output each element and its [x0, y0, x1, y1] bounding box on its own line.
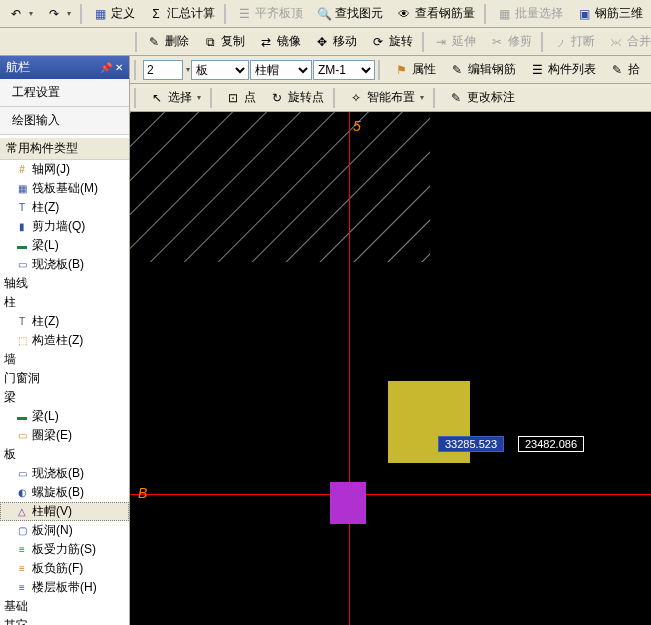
- tree-item[interactable]: ≡板负筋(F): [0, 559, 129, 578]
- extend-icon: ⇥: [433, 34, 449, 50]
- define-icon: ▦: [92, 6, 108, 22]
- tree-item-icon: ▭: [16, 468, 28, 480]
- break-icon: ⵰: [552, 34, 568, 50]
- tree-item-icon: ≡: [16, 563, 28, 575]
- move-button[interactable]: ✥移动: [308, 31, 363, 53]
- pencil-icon: ✎: [449, 62, 465, 78]
- dropper-icon: ✎: [609, 62, 625, 78]
- tree-item[interactable]: ▭现浇板(B): [0, 255, 129, 274]
- rotate-point-button[interactable]: ↻旋转点: [263, 87, 330, 109]
- tree-header: 常用构件类型: [0, 138, 129, 160]
- tree-category[interactable]: 轴线: [0, 274, 129, 293]
- tree-item[interactable]: T柱(Z): [0, 198, 129, 217]
- edit-rebar-button[interactable]: ✎编辑钢筋: [443, 59, 522, 81]
- copy-button[interactable]: ⧉复制: [196, 31, 251, 53]
- pick-button[interactable]: ✎拾: [603, 59, 646, 81]
- tree-category[interactable]: 墙: [0, 350, 129, 369]
- floor-input[interactable]: [143, 60, 183, 80]
- tree-item[interactable]: ▭现浇板(B): [0, 464, 129, 483]
- check-rebar-button[interactable]: 👁查看钢筋量: [390, 3, 481, 25]
- rebar-3d-button[interactable]: ▣钢筋三维: [570, 3, 649, 25]
- smart-icon: ✧: [348, 90, 364, 106]
- axis-vertical: [349, 112, 350, 625]
- tree-item-label: 柱(Z): [32, 313, 59, 330]
- properties-button[interactable]: ⚑属性: [387, 59, 442, 81]
- tree-item[interactable]: ≡板受力筋(S): [0, 540, 129, 559]
- tree-category[interactable]: 基础: [0, 597, 129, 616]
- eye-icon: 👁: [396, 6, 412, 22]
- tree-item[interactable]: ≡楼层板带(H): [0, 578, 129, 597]
- mirror-icon: ⇄: [258, 34, 274, 50]
- tree-item[interactable]: #轴网(J): [0, 160, 129, 179]
- rotate-button[interactable]: ⟳旋转: [364, 31, 419, 53]
- redo-button[interactable]: ↷▾: [40, 3, 77, 25]
- category-select[interactable]: 板: [191, 60, 249, 80]
- tree-category[interactable]: 柱: [0, 293, 129, 312]
- mirror-button[interactable]: ⇄镜像: [252, 31, 307, 53]
- pin-icon[interactable]: 📌 ✕: [100, 62, 123, 73]
- dropdown-arrow-icon[interactable]: ▾: [186, 65, 190, 74]
- tree-item-label: 构造柱(Z): [32, 332, 83, 349]
- define-button[interactable]: ▦定义: [86, 3, 141, 25]
- tab-project-settings[interactable]: 工程设置: [0, 79, 129, 107]
- tree-item[interactable]: ◐螺旋板(B): [0, 483, 129, 502]
- tree-item-label: 板负筋(F): [32, 560, 83, 577]
- tree-item-label: 轴网(J): [32, 161, 70, 178]
- cursor-icon: ↖: [149, 90, 165, 106]
- coordinate-y: 23482.086: [518, 436, 584, 452]
- tree-item[interactable]: ▬梁(L): [0, 236, 129, 255]
- tree-item-label: 板受力筋(S): [32, 541, 96, 558]
- tree-item[interactable]: △柱帽(V): [0, 502, 129, 521]
- tree-item-label: 板洞(N): [32, 522, 73, 539]
- tab-drawing-input[interactable]: 绘图输入: [0, 107, 129, 135]
- break-button: ⵰打断: [546, 31, 601, 53]
- tree-item-icon: ▢: [16, 525, 28, 537]
- tree-item-icon: ≡: [16, 544, 28, 556]
- tree-item[interactable]: ▮剪力墙(Q): [0, 217, 129, 236]
- tree-item-icon: △: [16, 506, 28, 518]
- tree-item-icon: ▭: [16, 259, 28, 271]
- drawing-block-purple[interactable]: [330, 482, 366, 524]
- tree-category[interactable]: 梁: [0, 388, 129, 407]
- component-tree[interactable]: 常用构件类型#轴网(J)▦筏板基础(M)T柱(Z)▮剪力墙(Q)▬梁(L)▭现浇…: [0, 135, 129, 625]
- smart-place-button[interactable]: ✧智能布置▾: [342, 87, 430, 109]
- tree-item-icon: ▬: [16, 411, 28, 423]
- tree-item-label: 梁(L): [32, 408, 59, 425]
- batch-icon: ▦: [496, 6, 512, 22]
- drawing-canvas[interactable]: 5 B 33285.523 23482.086: [130, 112, 651, 625]
- edit-annotation-button[interactable]: ✎更改标注: [442, 87, 521, 109]
- rotate-icon: ⟳: [370, 34, 386, 50]
- select-button[interactable]: ↖选择▾: [143, 87, 207, 109]
- trim-icon: ✂: [489, 34, 505, 50]
- tree-item-label: 筏板基础(M): [32, 180, 98, 197]
- tree-item-label: 现浇板(B): [32, 465, 84, 482]
- extend-button: ⇥延伸: [427, 31, 482, 53]
- tree-item-icon: T: [16, 316, 28, 328]
- subcategory-select[interactable]: 柱帽: [250, 60, 312, 80]
- component-list-button[interactable]: ☰构件列表: [523, 59, 602, 81]
- delete-button[interactable]: ✎删除: [140, 31, 195, 53]
- instance-select[interactable]: ZM-1: [313, 60, 375, 80]
- tree-item[interactable]: ⬚构造柱(Z): [0, 331, 129, 350]
- coordinate-x: 33285.523: [438, 436, 504, 452]
- tree-item[interactable]: ▦筏板基础(M): [0, 179, 129, 198]
- slab-hatch: [130, 112, 430, 262]
- sum-button[interactable]: Σ汇总计算: [142, 3, 221, 25]
- undo-button[interactable]: ↶▾: [2, 3, 39, 25]
- tree-category[interactable]: 其它: [0, 616, 129, 625]
- cube-icon: ▣: [576, 6, 592, 22]
- tree-item[interactable]: ▢板洞(N): [0, 521, 129, 540]
- tree-item[interactable]: ▬梁(L): [0, 407, 129, 426]
- tree-item[interactable]: T柱(Z): [0, 312, 129, 331]
- point-button[interactable]: ⊡点: [219, 87, 262, 109]
- tree-item-label: 梁(L): [32, 237, 59, 254]
- tree-category[interactable]: 板: [0, 445, 129, 464]
- flat-button: ☰平齐板顶: [230, 3, 309, 25]
- move-icon: ✥: [314, 34, 330, 50]
- tree-category[interactable]: 门窗洞: [0, 369, 129, 388]
- sigma-icon: Σ: [148, 6, 164, 22]
- toolbar-main: ↶▾ ↷▾ ▦定义 Σ汇总计算 ☰平齐板顶 🔍查找图元 👁查看钢筋量 ▦批量选择…: [0, 0, 651, 28]
- tree-item-label: 楼层板带(H): [32, 579, 97, 596]
- find-element-button[interactable]: 🔍查找图元: [310, 3, 389, 25]
- tree-item[interactable]: ▭圈梁(E): [0, 426, 129, 445]
